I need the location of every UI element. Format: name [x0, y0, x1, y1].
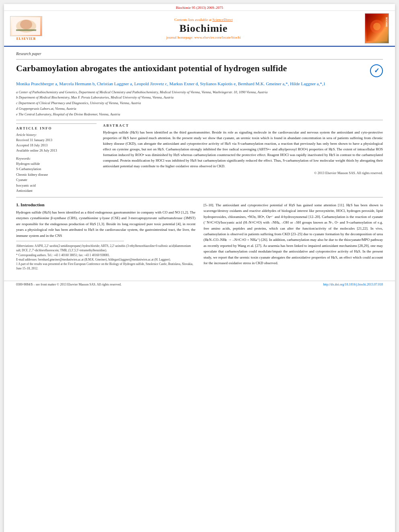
keyword-4: Cyanate: [16, 177, 97, 183]
publisher-logo-area: ELSEVIER: [8, 13, 44, 43]
elsevier-logo: ELSEVIER: [10, 16, 42, 41]
footnote-email: E-mail addresses: bernhard.gmeiner@medun…: [16, 257, 195, 262]
right-column: ABSTRACT Hydrogen sulfide (H₂S) has been…: [103, 123, 383, 194]
copyright-notice: © 2013 Elsevier Masson SAS. All rights r…: [103, 171, 383, 175]
issn-text: 0300-9084/$ – see front matter © 2013 El…: [16, 283, 121, 286]
body-left-column: 1. Introduction Hydrogen sulfide (H₂S) h…: [16, 202, 195, 271]
page: Biochimie 95 (2013) 2069–2075 ELSEVIER C…: [4, 4, 395, 532]
footnote-abbreviations: Abbreviations: AAPH, 2,2′-azobis(2-amidi…: [16, 244, 195, 253]
biochimie-cover-image: BIOCHIMIE: [365, 13, 389, 43]
journal-homepage: journal homepage: www.elsevier.com/locat…: [167, 35, 241, 39]
article-info-header: ARTICLE INFO: [16, 126, 97, 130]
history-label: Article history:: [16, 133, 97, 137]
svg-point-2: [20, 20, 32, 29]
affiliation-a: a Center of Pathobiochemistry and Geneti…: [16, 90, 383, 95]
sciencedirect-link-text[interactable]: ScienceDirect: [212, 18, 232, 22]
svg-rect-3: [16, 29, 36, 31]
footnote-conference: 1 A part of the results was presented at…: [16, 262, 195, 271]
keywords-section: Keywords: Hydrogen sulfide S-Carbamoylat…: [16, 156, 97, 194]
article-title-area: Carbamoylation abrogates the antioxidant…: [16, 63, 383, 77]
affiliation-e: e The Central Laboratory, Hospital of th…: [16, 112, 383, 117]
affiliation-d: d Gruppenpraxis Labors.at, Vienna, Austr…: [16, 106, 383, 111]
article-info-abstract: ARTICLE INFO Article history: Received 3…: [16, 123, 383, 194]
journal-title: Biochimie: [179, 23, 228, 35]
intro-text-left: Hydrogen sulfide (H₂S) has been identifi…: [16, 210, 195, 238]
elsevier-image: [10, 16, 42, 36]
affiliations: a Center of Pathobiochemistry and Geneti…: [16, 90, 383, 117]
journal-cover: BIOCHIMIE: [363, 13, 391, 43]
info-divider: [16, 120, 383, 120]
affiliation-c: c Department of Clinical Pharmacy and Di…: [16, 101, 383, 106]
journal-reference: Biochimie 95 (2013) 2069–2075: [4, 4, 395, 11]
keyword-5: Isocyanic acid: [16, 183, 97, 189]
body-divider: [16, 197, 383, 197]
affiliation-b: b Department of Medical Biochemistry, Ma…: [16, 95, 383, 100]
bottom-bar: 0300-9084/$ – see front matter © 2013 El…: [4, 281, 395, 288]
available-date: Available online 26 July 2013: [16, 148, 97, 153]
accepted-date: Accepted 18 July 2013: [16, 143, 97, 148]
keyword-1: Hydrogen sulfide: [16, 161, 97, 167]
svg-text:BIOCHIMIE: BIOCHIMIE: [385, 17, 387, 27]
svg-point-6: [373, 23, 381, 31]
intro-header: 1. Introduction: [16, 202, 195, 207]
footnote-corresponding: * Corresponding authors. Tel.: +43 1 401…: [16, 253, 195, 257]
body-right-column: [5–10]. The antioxidant and cytoprotecti…: [204, 202, 383, 271]
title-divider: [16, 59, 383, 60]
article-type: Research paper: [16, 51, 383, 56]
intro-text-right: [5–10]. The antioxidant and cytoprotecti…: [204, 202, 383, 266]
keyword-6: Antioxidant: [16, 188, 97, 194]
keyword-2: S-Carbamoylation: [16, 166, 97, 172]
abstract-header: ABSTRACT: [103, 123, 383, 127]
authors: Monika Praschberger a, Marcela Hermann b…: [16, 80, 383, 87]
body-section: 1. Introduction Hydrogen sulfide (H₂S) h…: [16, 202, 383, 271]
abstract-text: Hydrogen sulfide (H₂S) has been identifi…: [103, 130, 383, 169]
journal-header: ELSEVIER Contents lists available at Sci…: [4, 11, 395, 47]
crossmark-badge: ✓: [370, 64, 383, 77]
main-content: Research paper Carbamoylation abrogates …: [4, 47, 395, 276]
article-info-section: ARTICLE INFO Article history: Received 3…: [16, 123, 97, 153]
sciencedirect-label: Contents lists available at ScienceDirec…: [175, 18, 233, 22]
keyword-3: Chronic kidney disease: [16, 172, 97, 178]
journal-title-area: Contents lists available at ScienceDirec…: [48, 13, 359, 43]
elsevier-text: ELSEVIER: [16, 37, 36, 41]
received-date: Received 31 January 2013: [16, 138, 97, 143]
keywords-label: Keywords:: [16, 156, 97, 160]
left-column: ARTICLE INFO Article history: Received 3…: [16, 123, 97, 194]
doi-link[interactable]: http://dx.doi.org/10.1016/j.biochi.2013.…: [323, 283, 383, 286]
article-title-text: Carbamoylation abrogates the antioxidant…: [16, 63, 366, 74]
footnote-divider: [16, 241, 124, 241]
